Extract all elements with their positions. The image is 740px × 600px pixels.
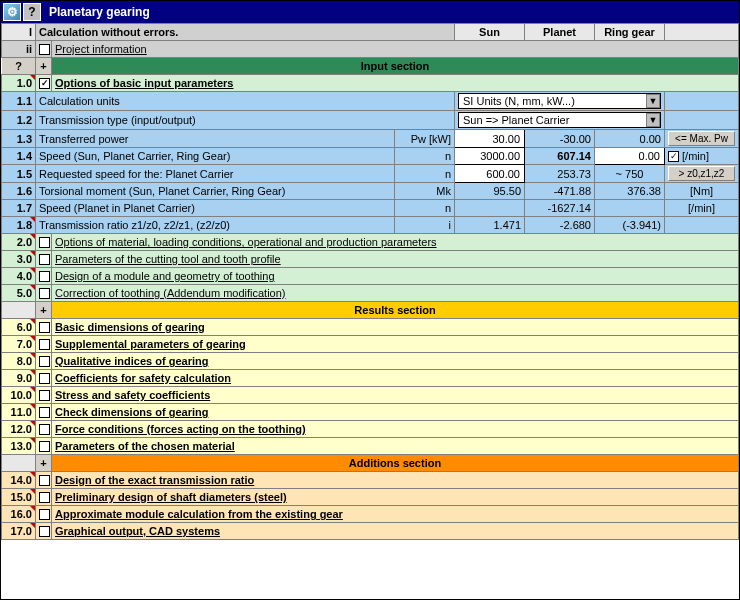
r1-6-label: Torsional moment (Sun, Planet Carrier, R… bbox=[36, 183, 395, 200]
r3-0-label[interactable]: Parameters of the cutting tool and tooth… bbox=[55, 253, 281, 265]
units-combo[interactable]: SI Units (N, mm, kW...)▼ bbox=[458, 93, 661, 109]
expand-input-button[interactable]: + bbox=[36, 58, 52, 75]
r3-0-chk[interactable] bbox=[39, 254, 50, 265]
expand-results-button[interactable]: + bbox=[36, 302, 52, 319]
r13-0-label[interactable]: Parameters of the chosen material bbox=[55, 440, 235, 452]
r17-0-chk[interactable] bbox=[39, 526, 50, 537]
r16-0-chk[interactable] bbox=[39, 509, 50, 520]
expand-additions-button[interactable]: + bbox=[36, 455, 52, 472]
app-icon: ⚙ bbox=[3, 3, 21, 21]
r2-0-label[interactable]: Options of material, loading conditions,… bbox=[55, 236, 437, 248]
r5-0-label[interactable]: Correction of toothing (Addendum modific… bbox=[55, 287, 286, 299]
r11-0-chk[interactable] bbox=[39, 407, 50, 418]
r5-0-chk[interactable] bbox=[39, 288, 50, 299]
r4-0-chk[interactable] bbox=[39, 271, 50, 282]
r6-0-chk[interactable] bbox=[39, 322, 50, 333]
titlebar: ⚙ ? Planetary gearing bbox=[1, 1, 739, 23]
r8-0-chk[interactable] bbox=[39, 356, 50, 367]
r8-0-label[interactable]: Qualitative indices of gearing bbox=[55, 355, 208, 367]
r15-0-chk[interactable] bbox=[39, 492, 50, 503]
help-icon[interactable]: ? bbox=[23, 3, 41, 21]
status-text: Calculation without errors. bbox=[36, 24, 455, 41]
project-info-link[interactable]: Project information bbox=[55, 43, 147, 55]
r1-0-label[interactable]: Options of basic input parameters bbox=[55, 77, 233, 89]
r14-0-label[interactable]: Design of the exact transmission ratio bbox=[55, 474, 254, 486]
r1-1-label: Calculation units bbox=[36, 92, 455, 111]
transmission-combo[interactable]: Sun => Planet Carrier▼ bbox=[458, 112, 661, 128]
z-values-button[interactable]: > z0,z1,z2 bbox=[668, 166, 735, 181]
speed-sun-input[interactable]: 3000.00 bbox=[455, 148, 525, 165]
req-speed-input[interactable]: 600.00 bbox=[455, 165, 525, 183]
r1-4-chk[interactable]: ✓ bbox=[668, 151, 679, 162]
r1-3-label: Transferred power bbox=[36, 130, 395, 148]
main-grid: I Calculation without errors. Sun Planet… bbox=[1, 23, 739, 540]
r15-0-label[interactable]: Preliminary design of shaft diameters (s… bbox=[55, 491, 287, 503]
r1-0-chk[interactable]: ✓ bbox=[39, 78, 50, 89]
col-ring: Ring gear bbox=[595, 24, 665, 41]
r14-0-chk[interactable] bbox=[39, 475, 50, 486]
col-planet: Planet bbox=[525, 24, 595, 41]
r1-4-label: Speed (Sun, Planet Carrier, Ring Gear) bbox=[36, 148, 395, 165]
help-button[interactable]: ? bbox=[2, 58, 36, 75]
r12-0-label[interactable]: Force conditions (forces acting on the t… bbox=[55, 423, 306, 435]
r16-0-label[interactable]: Approximate module calculation from the … bbox=[55, 508, 343, 520]
input-section-header: Input section bbox=[52, 58, 739, 75]
speed-ring-input[interactable]: 0.00 bbox=[595, 148, 665, 165]
r1-2-label: Transmission type (input/output) bbox=[36, 111, 455, 130]
r7-0-label[interactable]: Supplemental parameters of gearing bbox=[55, 338, 246, 350]
r4-0-label[interactable]: Design of a module and geometry of tooth… bbox=[55, 270, 275, 282]
r10-0-label[interactable]: Stress and safety coefficients bbox=[55, 389, 210, 401]
row-i: I bbox=[2, 24, 36, 41]
caret-down-icon: ▼ bbox=[646, 113, 660, 127]
caret-down-icon: ▼ bbox=[646, 94, 660, 108]
r13-0-chk[interactable] bbox=[39, 441, 50, 452]
r10-0-chk[interactable] bbox=[39, 390, 50, 401]
max-pw-button[interactable]: <= Max. Pw bbox=[668, 131, 735, 146]
results-section-header: Results section bbox=[52, 302, 739, 319]
r1-7-label: Speed (Planet in Planet Carrier) bbox=[36, 200, 395, 217]
col-sun: Sun bbox=[455, 24, 525, 41]
project-info-checkbox[interactable] bbox=[39, 44, 50, 55]
r6-0-label[interactable]: Basic dimensions of gearing bbox=[55, 321, 205, 333]
r7-0-chk[interactable] bbox=[39, 339, 50, 350]
r11-0-label[interactable]: Check dimensions of gearing bbox=[55, 406, 208, 418]
r12-0-chk[interactable] bbox=[39, 424, 50, 435]
app-title: Planetary gearing bbox=[49, 5, 150, 19]
row-ii: ii bbox=[2, 41, 36, 58]
r9-0-label[interactable]: Coefficients for safety calculation bbox=[55, 372, 231, 384]
r17-0-label[interactable]: Graphical output, CAD systems bbox=[55, 525, 220, 537]
r1-5-label: Requested speed for the: Planet Carrier bbox=[36, 165, 395, 183]
r9-0-chk[interactable] bbox=[39, 373, 50, 384]
additions-section-header: Additions section bbox=[52, 455, 739, 472]
r2-0-chk[interactable] bbox=[39, 237, 50, 248]
power-sun-input[interactable]: 30.00 bbox=[455, 130, 525, 148]
r1-8-label: Transmission ratio z1/z0, z2/z1, (z2/z0) bbox=[36, 217, 395, 234]
